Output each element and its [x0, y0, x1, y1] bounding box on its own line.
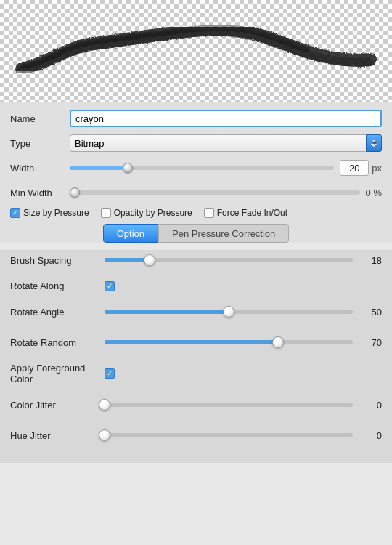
- brush-spacing-thumb[interactable]: [144, 254, 155, 266]
- force-fade-checkbox[interactable]: [204, 208, 214, 218]
- width-thumb[interactable]: [123, 163, 133, 173]
- width-unit: px: [372, 163, 382, 174]
- hue-jitter-row: Hue Jitter 0: [10, 425, 382, 445]
- rotate-random-track: [105, 340, 353, 344]
- force-fade-group: Force Fade In/Out: [204, 208, 287, 218]
- hue-jitter-slider[interactable]: [105, 433, 353, 437]
- brush-preview: [0, 0, 392, 102]
- color-jitter-slider[interactable]: [105, 403, 353, 407]
- force-fade-label: Force Fade In/Out: [217, 208, 287, 218]
- brush-spacing-value: 18: [360, 255, 382, 266]
- min-width-label: Min Width: [10, 187, 70, 198]
- rotate-random-thumb[interactable]: [272, 336, 284, 348]
- min-width-slider[interactable]: [70, 184, 360, 201]
- brush-spacing-label: Brush Spacing: [10, 255, 105, 266]
- brush-spacing-slider[interactable]: [105, 258, 353, 262]
- type-select-arrows[interactable]: [366, 134, 382, 152]
- min-width-row: Min Width 0 %: [10, 183, 382, 202]
- rotate-random-slider[interactable]: [105, 340, 353, 344]
- rotate-angle-row: Rotate Angle 50: [10, 302, 382, 322]
- opacity-by-pressure-checkbox[interactable]: [101, 208, 111, 218]
- width-row: Width 20 px: [10, 158, 382, 177]
- type-label: Type: [10, 138, 70, 149]
- form-area: Name Type Bitmap Circle Pixel Width 20: [0, 102, 392, 243]
- sliders-section: Brush Spacing 18 Rotate Along Rotate Ang…: [0, 250, 392, 463]
- type-select-wrapper[interactable]: Bitmap Circle Pixel: [70, 134, 382, 152]
- min-width-value-label: 0 %: [366, 187, 382, 198]
- name-label: Name: [10, 113, 70, 124]
- width-value[interactable]: 20: [340, 160, 369, 176]
- tab-bar: Option Pen Pressure Correction: [10, 224, 382, 243]
- rotate-along-label: Rotate Along: [10, 280, 105, 291]
- rotate-random-label: Rotate Random: [10, 337, 105, 348]
- width-fill: [70, 166, 123, 170]
- size-by-pressure-label: Size by Pressure: [23, 208, 89, 218]
- rotate-angle-value: 50: [360, 307, 382, 318]
- color-jitter-label: Color Jitter: [10, 400, 105, 411]
- rotate-angle-slider[interactable]: [105, 310, 353, 314]
- color-jitter-thumb[interactable]: [99, 399, 110, 411]
- size-by-pressure-group: Size by Pressure: [10, 208, 89, 218]
- color-jitter-track: [105, 403, 353, 407]
- color-jitter-value: 0: [360, 400, 382, 411]
- width-slider[interactable]: [70, 159, 334, 177]
- min-width-track: [70, 190, 360, 195]
- checks-row: Size by Pressure Opacity by Pressure For…: [10, 208, 382, 218]
- brush-spacing-fill: [105, 258, 150, 262]
- name-row: Name: [10, 109, 382, 128]
- rotate-random-fill: [105, 340, 278, 344]
- brush-spacing-row: Brush Spacing 18: [10, 250, 382, 270]
- opacity-by-pressure-group: Opacity by Pressure: [101, 208, 192, 218]
- brush-stroke-svg: [0, 0, 392, 102]
- hue-jitter-value: 0: [360, 430, 382, 441]
- rotate-along-row: Rotate Along: [10, 280, 382, 291]
- min-width-thumb[interactable]: [70, 187, 80, 198]
- tab-pen-pressure[interactable]: Pen Pressure Correction: [158, 224, 289, 243]
- rotate-random-row: Rotate Random 70: [10, 332, 382, 352]
- hue-jitter-track: [105, 433, 353, 437]
- arrow-down-icon: [371, 144, 377, 147]
- rotate-angle-thumb[interactable]: [223, 306, 234, 318]
- name-input[interactable]: [70, 110, 382, 127]
- brush-spacing-track: [105, 258, 353, 262]
- apply-fg-row: Apply Foreground Color: [10, 363, 382, 384]
- tab-option[interactable]: Option: [103, 224, 158, 243]
- hue-jitter-label: Hue Jitter: [10, 430, 105, 441]
- apply-fg-checkbox[interactable]: [105, 368, 115, 379]
- width-label: Width: [10, 163, 70, 174]
- type-select[interactable]: Bitmap Circle Pixel: [70, 134, 382, 152]
- width-track: [70, 166, 334, 170]
- rotate-angle-track: [105, 310, 353, 314]
- opacity-by-pressure-label: Opacity by Pressure: [114, 208, 192, 218]
- rotate-along-checkbox[interactable]: [105, 281, 115, 291]
- rotate-angle-fill: [105, 310, 229, 314]
- rotate-random-value: 70: [360, 337, 382, 348]
- rotate-angle-label: Rotate Angle: [10, 307, 105, 318]
- type-row: Type Bitmap Circle Pixel: [10, 134, 382, 153]
- hue-jitter-thumb[interactable]: [99, 429, 110, 441]
- arrow-up-icon: [371, 140, 377, 142]
- size-by-pressure-checkbox[interactable]: [10, 208, 20, 218]
- color-jitter-row: Color Jitter 0: [10, 395, 382, 415]
- apply-fg-label: Apply Foreground Color: [10, 363, 105, 384]
